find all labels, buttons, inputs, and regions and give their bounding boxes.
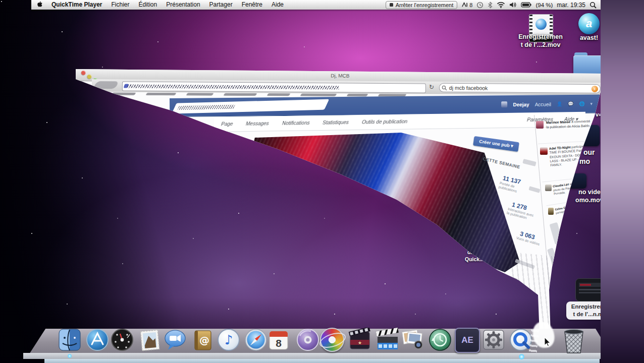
menu-presentation[interactable]: Présentation	[162, 0, 204, 10]
menu-fenetre[interactable]: Fenêtre	[237, 0, 267, 10]
search-value: dj mcb facebook	[449, 85, 592, 92]
dock-dvd-player-icon[interactable]	[296, 328, 320, 352]
time-machine-menu-icon[interactable]	[476, 2, 484, 9]
tab-notifications[interactable]: Notifications	[282, 120, 310, 126]
partial-label: omo.mov	[575, 197, 604, 204]
dock-finder-icon[interactable]	[58, 328, 82, 352]
quicktime-logo-icon	[535, 19, 547, 30]
avast-orb-icon: a	[578, 13, 600, 34]
running-indicator-quicktime	[519, 354, 524, 359]
apple-logo-icon	[36, 1, 42, 8]
partial-label: our	[583, 148, 595, 156]
search-go-button[interactable]: ›	[592, 85, 598, 92]
dock-idvd-icon[interactable]	[320, 328, 344, 352]
dock-system-preferences-icon[interactable]	[481, 328, 506, 352]
menu-edition[interactable]: Édition	[134, 0, 162, 10]
screen: MOVIE Enregistremen t de l'...2.mov a av…	[0, 0, 644, 363]
volume-icon[interactable]	[509, 2, 517, 8]
apple-menu[interactable]	[31, 0, 47, 10]
dock-address-book-icon[interactable]: @	[191, 328, 215, 352]
battery-icon[interactable]	[521, 2, 531, 8]
profile-link[interactable]: Deejay	[513, 101, 529, 107]
desktop-icon-label: Enregistremen t de l'...2.mov	[514, 33, 567, 49]
battery-percent: (94 %)	[535, 2, 553, 8]
stop-recording-button[interactable]: Arrêter l'enregistrement	[386, 1, 458, 9]
dock-ical-icon[interactable]: 8	[266, 328, 291, 352]
app-menu-title[interactable]: QuickTime Player	[47, 0, 107, 10]
menu-bar: QuickTime Player Fichier Édition Présent…	[31, 0, 601, 10]
desktop-icon-avast[interactable]: a	[578, 13, 600, 34]
dock-film-clapper-icon[interactable]	[375, 328, 400, 352]
facebook-search-box[interactable]	[172, 99, 329, 114]
avatar	[540, 147, 548, 155]
menu-partager[interactable]: Partager	[205, 0, 237, 10]
menu-fichier[interactable]: Fichier	[107, 0, 134, 10]
messages-icon[interactable]: 💬	[568, 101, 573, 106]
home-link[interactable]: Accueil	[535, 101, 551, 107]
stop-icon	[390, 3, 393, 7]
avatar	[545, 185, 552, 191]
svg-text:♪: ♪	[225, 332, 233, 347]
wifi-icon[interactable]	[497, 2, 505, 8]
display-modes-icon[interactable]	[461, 2, 468, 8]
menu-aide[interactable]: Aide	[267, 0, 288, 10]
dock-after-effects-icon[interactable]: AE	[455, 328, 479, 352]
mouse-cursor	[544, 337, 553, 347]
notification-item[interactable]: Marinee Masse a commenté la publication …	[546, 119, 593, 130]
svg-text:8: 8	[276, 337, 282, 349]
notifications-globe-icon[interactable]: 🌐	[579, 101, 584, 106]
dock-app-store-icon[interactable]	[85, 328, 110, 352]
dock-dashboard-icon[interactable]	[110, 328, 134, 352]
profile-avatar	[501, 101, 507, 107]
friend-requests-icon[interactable]: 👤	[557, 101, 562, 106]
tab-messages[interactable]: Messages	[245, 120, 270, 127]
running-indicator-finder	[68, 354, 72, 358]
menu-bar-clock[interactable]: mar. 19:35	[557, 2, 585, 9]
partial-label: mo	[579, 157, 590, 165]
dock-front-edge	[23, 353, 615, 359]
facebook-search-text-blurred	[177, 104, 235, 110]
chevron-down-icon[interactable]: ▾	[591, 101, 593, 106]
avatar	[536, 121, 544, 129]
dock-safari-icon[interactable]	[244, 328, 268, 352]
tab-statistiques[interactable]: Statistiques	[322, 119, 350, 126]
tab-outils-publication[interactable]: Outils de publication	[361, 119, 408, 125]
bluetooth-icon[interactable]	[488, 2, 493, 9]
dock-itunes-icon[interactable]: ♪	[217, 328, 241, 352]
dock-time-machine-icon[interactable]	[428, 328, 452, 352]
tab-page[interactable]: Page	[221, 121, 234, 127]
dock-imovie-icon[interactable]: ★	[348, 328, 372, 352]
dock-floor	[44, 359, 600, 363]
avatar	[548, 208, 554, 215]
dock-ichat-icon[interactable]	[163, 328, 187, 352]
search-icon	[442, 85, 447, 90]
spotlight-icon[interactable]	[589, 2, 597, 9]
dock-photo-booth-icon[interactable]	[400, 328, 424, 352]
svg-text:★: ★	[358, 340, 362, 345]
star-field	[1, 1, 2, 2]
video-edge-blur	[601, 0, 644, 363]
svg-text:@: @	[199, 334, 209, 346]
reload-icon[interactable]: ↻	[429, 84, 434, 91]
chevron-down-icon: ▾	[511, 143, 514, 149]
dock-mail-icon[interactable]	[138, 328, 162, 352]
url-text-blurred	[127, 85, 340, 90]
dock-trash-icon[interactable]	[560, 327, 587, 355]
status-count: 8	[469, 2, 472, 8]
